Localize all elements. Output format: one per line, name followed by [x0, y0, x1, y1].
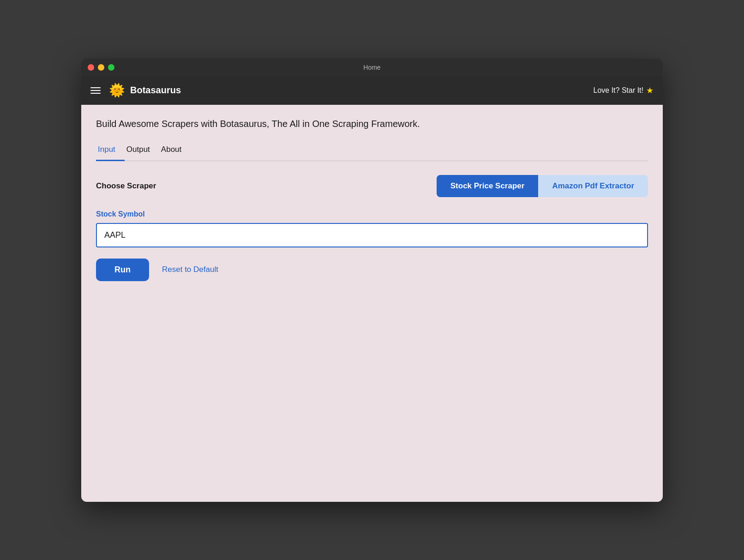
app-window: Home 🌞 Botasaurus Love It? Star It! ★ Bu…: [81, 59, 663, 502]
tab-input[interactable]: Input: [96, 140, 125, 161]
tab-about[interactable]: About: [159, 140, 191, 161]
scraper-button-group: Stock Price Scraper Amazon Pdf Extractor: [437, 175, 648, 197]
traffic-lights: [88, 64, 114, 71]
reset-link[interactable]: Reset to Default: [162, 265, 218, 274]
close-button[interactable]: [88, 64, 94, 71]
scraper-amazon-pdf-button[interactable]: Amazon Pdf Extractor: [538, 175, 648, 197]
tagline: Build Awesome Scrapers with Botasaurus, …: [96, 119, 648, 129]
menu-button[interactable]: [90, 87, 101, 94]
titlebar: Home: [81, 59, 663, 76]
tab-content-input: Choose Scraper Stock Price Scraper Amazo…: [96, 161, 648, 487]
star-icon: ★: [646, 85, 654, 96]
window-title: Home: [363, 64, 380, 71]
stock-symbol-field: Stock Symbol: [96, 210, 648, 259]
maximize-button[interactable]: [108, 64, 114, 71]
tab-bar: Input Output About: [96, 140, 648, 161]
logo-icon: 🌞: [108, 82, 126, 99]
menu-line-1: [90, 87, 101, 88]
menu-line-2: [90, 90, 101, 91]
run-button[interactable]: Run: [96, 259, 149, 281]
stock-symbol-input[interactable]: [96, 223, 648, 247]
menu-line-3: [90, 93, 101, 94]
actions-row: Run Reset to Default: [96, 259, 648, 281]
main-content: Build Awesome Scrapers with Botasaurus, …: [81, 105, 663, 502]
minimize-button[interactable]: [98, 64, 104, 71]
choose-scraper-label: Choose Scraper: [96, 181, 437, 191]
tab-output[interactable]: Output: [125, 140, 159, 161]
stock-symbol-label: Stock Symbol: [96, 210, 648, 218]
scraper-stock-price-button[interactable]: Stock Price Scraper: [437, 175, 539, 197]
logo-container: 🌞 Botasaurus: [108, 82, 181, 99]
brand-name: Botasaurus: [130, 85, 181, 96]
cta-text: Love It? Star It!: [594, 86, 644, 95]
navbar-cta[interactable]: Love It? Star It! ★: [594, 85, 654, 96]
navbar: 🌞 Botasaurus Love It? Star It! ★: [81, 76, 663, 105]
choose-scraper-row: Choose Scraper Stock Price Scraper Amazo…: [96, 175, 648, 197]
